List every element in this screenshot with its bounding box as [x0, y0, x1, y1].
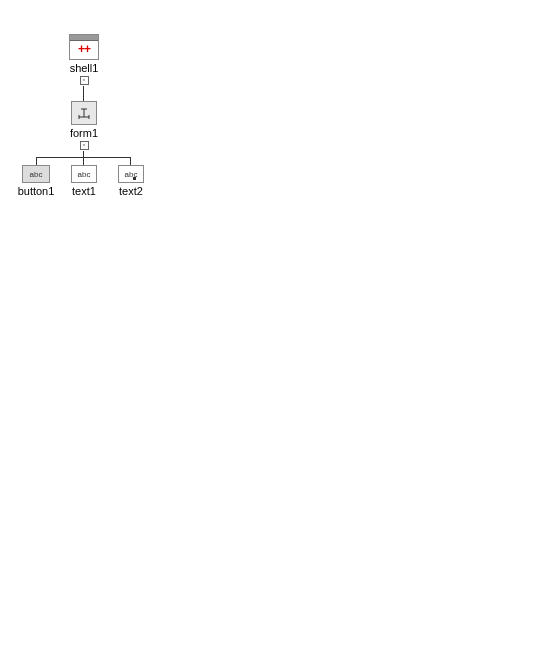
- text-field-icon: abc: [71, 165, 97, 183]
- connector: [36, 157, 37, 165]
- node-form1[interactable]: form1 ▫: [64, 101, 104, 150]
- shell-icon: ++: [69, 34, 99, 60]
- connector: [83, 86, 84, 101]
- expand-toggle[interactable]: ▫: [80, 141, 89, 150]
- node-text1[interactable]: abc text1: [64, 165, 104, 197]
- button-icon: abc: [22, 165, 50, 183]
- node-text2[interactable]: abc text2: [111, 165, 151, 197]
- connector: [130, 157, 131, 165]
- icon-text: abc: [125, 170, 138, 179]
- form-icon: [71, 101, 97, 125]
- icon-text: abc: [30, 170, 43, 179]
- icon-text: abc: [78, 170, 91, 179]
- node-label: button1: [16, 185, 56, 197]
- node-label: text2: [111, 185, 151, 197]
- shell-icon-text: ++: [70, 41, 98, 57]
- node-button1[interactable]: abc button1: [16, 165, 56, 197]
- text-area-icon: abc: [118, 165, 144, 183]
- node-label: text1: [64, 185, 104, 197]
- node-shell1[interactable]: ++ shell1 ▫: [64, 34, 104, 85]
- expand-toggle[interactable]: ▫: [80, 76, 89, 85]
- node-label: form1: [64, 127, 104, 139]
- node-label: shell1: [64, 62, 104, 74]
- connector: [83, 157, 84, 165]
- widget-tree-canvas: ++ shell1 ▫ form1 ▫ abc button1 abc: [0, 0, 549, 650]
